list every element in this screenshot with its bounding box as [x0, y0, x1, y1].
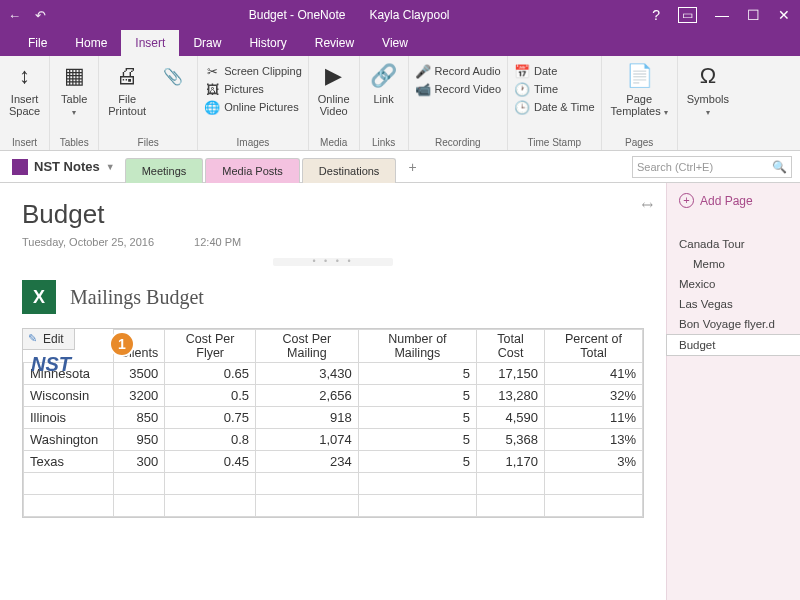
notebook-selector[interactable]: NST Notes ▼: [8, 159, 125, 175]
section-tab-meetings[interactable]: Meetings: [125, 158, 204, 183]
list-item[interactable]: Bon Voyage flyer.d: [667, 314, 800, 334]
table-button[interactable]: ▦Table▾: [56, 59, 92, 121]
insert-space-button[interactable]: ↕InsertSpace: [6, 59, 43, 119]
table-row: Texas3000.4523451,1703%: [24, 451, 643, 473]
ribbon-options-icon[interactable]: ▭: [678, 7, 697, 23]
minimize-icon[interactable]: —: [715, 7, 729, 23]
page-templates-button[interactable]: 📄PageTemplates ▾: [608, 59, 671, 121]
page-title[interactable]: Budget: [22, 199, 644, 230]
window-title: Budget - OneNote: [249, 8, 346, 22]
pictures-button[interactable]: 🖼Pictures: [204, 81, 302, 97]
date-button[interactable]: 📅Date: [514, 63, 595, 79]
ribbon: ↕InsertSpace Insert ▦Table▾ Tables 🖨File…: [0, 56, 800, 151]
list-item[interactable]: Memo: [667, 254, 800, 274]
menu-draw[interactable]: Draw: [179, 30, 235, 56]
embedded-spreadsheet[interactable]: Edit 1 NST Clients Cost Per Flyer Cost P…: [22, 328, 644, 518]
group-media: Media: [315, 135, 353, 150]
step-callout: 1: [109, 331, 135, 357]
help-icon[interactable]: ?: [652, 7, 660, 23]
group-files: Files: [105, 135, 191, 150]
list-item[interactable]: Mexico: [667, 274, 800, 294]
menu-review[interactable]: Review: [301, 30, 368, 56]
menu-insert[interactable]: Insert: [121, 30, 179, 56]
menu-file[interactable]: File: [14, 30, 61, 56]
file-printout-button[interactable]: 🖨FilePrintout: [105, 59, 149, 119]
notebook-icon: [12, 159, 28, 175]
menu-bar: File Home Insert Draw History Review Vie…: [0, 30, 800, 56]
symbols-button[interactable]: ΩSymbols▾: [684, 59, 732, 121]
time-button[interactable]: 🕐Time: [514, 81, 595, 97]
group-images: Images: [204, 135, 302, 150]
list-item[interactable]: Las Vegas: [667, 294, 800, 314]
table-row: Minnesota35000.653,430517,15041%: [24, 363, 643, 385]
table-row: Washington9500.81,07455,36813%: [24, 429, 643, 451]
group-pages: Pages: [608, 135, 671, 150]
embed-title: Mailings Budget: [70, 286, 204, 309]
page-timestamp: Tuesday, October 25, 201612:40 PM: [22, 236, 644, 248]
group-insert: Insert: [6, 135, 43, 150]
menu-view[interactable]: View: [368, 30, 422, 56]
edit-button[interactable]: Edit: [22, 328, 75, 350]
section-tab-media[interactable]: Media Posts: [205, 158, 300, 183]
list-item[interactable]: Budget: [666, 334, 800, 356]
excel-icon: X: [22, 280, 56, 314]
group-timestamp: Time Stamp: [514, 135, 595, 150]
online-pictures-button[interactable]: 🌐Online Pictures: [204, 99, 302, 115]
group-tables: Tables: [56, 135, 92, 150]
datetime-button[interactable]: 🕒Date & Time: [514, 99, 595, 115]
notebook-bar: NST Notes ▼ Meetings Media Posts Destina…: [0, 151, 800, 183]
screen-clipping-button[interactable]: ✂Screen Clipping: [204, 63, 302, 79]
group-recording: Recording: [415, 135, 501, 150]
record-video-button[interactable]: 📹Record Video: [415, 81, 501, 97]
drag-handle[interactable]: • • • •: [273, 258, 393, 266]
page-list: + Add Page Canada Tour Memo Mexico Las V…: [666, 183, 800, 600]
maximize-icon[interactable]: ☐: [747, 7, 760, 23]
search-icon: 🔍: [772, 160, 787, 174]
group-links: Links: [366, 135, 402, 150]
add-section-button[interactable]: +: [398, 155, 426, 179]
plus-icon: +: [679, 193, 694, 208]
nav-back-icon[interactable]: ←: [8, 8, 21, 23]
record-audio-button[interactable]: 🎤Record Audio: [415, 63, 501, 79]
list-item[interactable]: Canada Tour: [667, 234, 800, 254]
menu-history[interactable]: History: [235, 30, 300, 56]
table-row: Illinois8500.7591854,59011%: [24, 407, 643, 429]
table-row: Wisconsin32000.52,656513,28032%: [24, 385, 643, 407]
search-input[interactable]: Search (Ctrl+E) 🔍: [632, 156, 792, 178]
online-video-button[interactable]: ▶OnlineVideo: [315, 59, 353, 119]
add-page-button[interactable]: + Add Page: [667, 183, 800, 218]
user-name: Kayla Claypool: [369, 8, 449, 22]
undo-icon[interactable]: ↶: [35, 8, 46, 23]
section-tab-destinations[interactable]: Destinations: [302, 158, 397, 183]
menu-home[interactable]: Home: [61, 30, 121, 56]
file-attachment-button[interactable]: 📎: [155, 59, 191, 93]
nst-logo: NST: [31, 353, 71, 376]
close-icon[interactable]: ✕: [778, 7, 790, 23]
link-button[interactable]: 🔗Link: [366, 59, 402, 107]
title-bar: ← ↶ Budget - OneNote Kayla Claypool ? ▭ …: [0, 0, 800, 30]
page-canvas[interactable]: ⤢ Budget Tuesday, October 25, 201612:40 …: [0, 183, 666, 600]
